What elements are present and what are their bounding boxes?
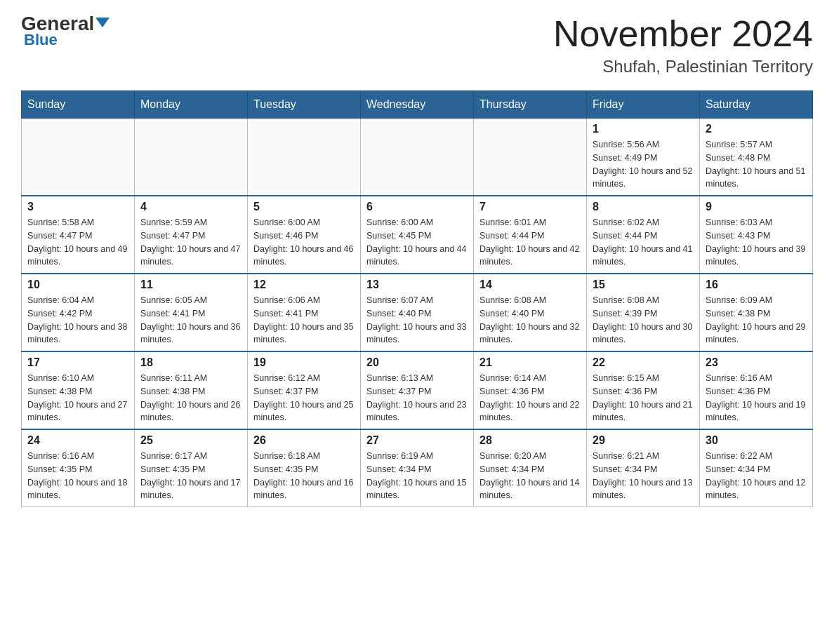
day-info: Sunrise: 5:59 AM Sunset: 4:47 PM Dayligh… — [140, 216, 241, 269]
day-number: 22 — [593, 356, 694, 369]
calendar-day-header: Thursday — [474, 91, 587, 119]
day-info: Sunrise: 6:06 AM Sunset: 4:41 PM Dayligh… — [253, 294, 355, 347]
day-info: Sunrise: 6:08 AM Sunset: 4:40 PM Dayligh… — [479, 294, 581, 347]
calendar-day-header: Saturday — [700, 91, 813, 119]
calendar-day-cell — [474, 119, 587, 196]
page-title: November 2024 — [553, 14, 813, 54]
day-number: 2 — [706, 123, 807, 135]
calendar-day-cell: 9Sunrise: 6:03 AM Sunset: 4:43 PM Daylig… — [700, 196, 813, 274]
calendar-day-cell: 20Sunrise: 6:13 AM Sunset: 4:37 PM Dayli… — [361, 351, 474, 429]
calendar-day-cell: 2Sunrise: 5:57 AM Sunset: 4:48 PM Daylig… — [700, 119, 813, 196]
logo: General Blue — [21, 14, 110, 49]
calendar-day-cell: 10Sunrise: 6:04 AM Sunset: 4:42 PM Dayli… — [22, 274, 135, 351]
calendar-day-cell — [135, 119, 248, 196]
day-number: 24 — [27, 434, 128, 447]
day-number: 14 — [479, 279, 581, 291]
day-info: Sunrise: 6:05 AM Sunset: 4:41 PM Dayligh… — [140, 294, 241, 347]
calendar-day-cell: 15Sunrise: 6:08 AM Sunset: 4:39 PM Dayli… — [587, 274, 700, 351]
calendar-day-cell: 8Sunrise: 6:02 AM Sunset: 4:44 PM Daylig… — [587, 196, 700, 274]
calendar-day-cell: 16Sunrise: 6:09 AM Sunset: 4:38 PM Dayli… — [700, 274, 813, 351]
calendar-day-cell: 6Sunrise: 6:00 AM Sunset: 4:45 PM Daylig… — [361, 196, 474, 274]
calendar-day-header: Friday — [587, 91, 700, 119]
calendar-table: SundayMondayTuesdayWednesdayThursdayFrid… — [21, 90, 813, 507]
day-info: Sunrise: 5:57 AM Sunset: 4:48 PM Dayligh… — [706, 138, 807, 191]
day-info: Sunrise: 6:03 AM Sunset: 4:43 PM Dayligh… — [706, 216, 807, 269]
calendar-header-row: SundayMondayTuesdayWednesdayThursdayFrid… — [22, 91, 813, 119]
day-info: Sunrise: 6:07 AM Sunset: 4:40 PM Dayligh… — [366, 294, 468, 347]
day-info: Sunrise: 5:58 AM Sunset: 4:47 PM Dayligh… — [27, 216, 128, 269]
calendar-day-cell: 14Sunrise: 6:08 AM Sunset: 4:40 PM Dayli… — [474, 274, 587, 351]
logo-triangle-icon — [95, 18, 110, 27]
calendar-day-cell: 21Sunrise: 6:14 AM Sunset: 4:36 PM Dayli… — [474, 351, 587, 429]
day-number: 23 — [706, 356, 807, 369]
day-number: 21 — [479, 356, 581, 369]
day-info: Sunrise: 5:56 AM Sunset: 4:49 PM Dayligh… — [593, 138, 694, 191]
day-info: Sunrise: 6:15 AM Sunset: 4:36 PM Dayligh… — [593, 372, 694, 424]
calendar-day-cell: 11Sunrise: 6:05 AM Sunset: 4:41 PM Dayli… — [135, 274, 248, 351]
day-number: 18 — [140, 356, 241, 369]
calendar-day-cell: 17Sunrise: 6:10 AM Sunset: 4:38 PM Dayli… — [22, 351, 135, 429]
day-number: 11 — [140, 279, 241, 291]
day-number: 28 — [479, 434, 581, 447]
calendar-day-cell: 29Sunrise: 6:21 AM Sunset: 4:34 PM Dayli… — [587, 429, 700, 507]
day-info: Sunrise: 6:01 AM Sunset: 4:44 PM Dayligh… — [479, 216, 581, 269]
calendar-day-cell — [248, 119, 361, 196]
day-number: 1 — [593, 123, 694, 135]
calendar-day-cell: 25Sunrise: 6:17 AM Sunset: 4:35 PM Dayli… — [135, 429, 248, 507]
day-number: 25 — [140, 434, 241, 447]
day-info: Sunrise: 6:11 AM Sunset: 4:38 PM Dayligh… — [140, 372, 241, 424]
day-info: Sunrise: 6:17 AM Sunset: 4:35 PM Dayligh… — [140, 450, 241, 502]
day-number: 9 — [706, 201, 807, 213]
day-number: 7 — [479, 201, 581, 213]
day-info: Sunrise: 6:09 AM Sunset: 4:38 PM Dayligh… — [706, 294, 807, 347]
calendar-day-header: Wednesday — [361, 91, 474, 119]
day-number: 3 — [27, 201, 128, 213]
day-info: Sunrise: 6:12 AM Sunset: 4:37 PM Dayligh… — [253, 372, 355, 424]
calendar-week-row: 3Sunrise: 5:58 AM Sunset: 4:47 PM Daylig… — [22, 196, 813, 274]
day-info: Sunrise: 6:00 AM Sunset: 4:46 PM Dayligh… — [253, 216, 355, 269]
calendar-day-header: Monday — [135, 91, 248, 119]
day-number: 29 — [593, 434, 694, 447]
calendar-day-cell: 5Sunrise: 6:00 AM Sunset: 4:46 PM Daylig… — [248, 196, 361, 274]
day-number: 30 — [706, 434, 807, 447]
logo-blue-text: Blue — [24, 31, 58, 49]
calendar-day-cell: 7Sunrise: 6:01 AM Sunset: 4:44 PM Daylig… — [474, 196, 587, 274]
calendar-day-cell: 22Sunrise: 6:15 AM Sunset: 4:36 PM Dayli… — [587, 351, 700, 429]
day-number: 27 — [366, 434, 468, 447]
day-number: 8 — [593, 201, 694, 213]
day-info: Sunrise: 6:04 AM Sunset: 4:42 PM Dayligh… — [27, 294, 128, 347]
calendar-day-cell: 3Sunrise: 5:58 AM Sunset: 4:47 PM Daylig… — [22, 196, 135, 274]
day-number: 20 — [366, 356, 468, 369]
calendar-day-header: Sunday — [22, 91, 135, 119]
calendar-week-row: 10Sunrise: 6:04 AM Sunset: 4:42 PM Dayli… — [22, 274, 813, 351]
calendar-day-cell: 19Sunrise: 6:12 AM Sunset: 4:37 PM Dayli… — [248, 351, 361, 429]
day-info: Sunrise: 6:21 AM Sunset: 4:34 PM Dayligh… — [593, 450, 694, 502]
calendar-day-cell — [22, 119, 135, 196]
day-number: 19 — [253, 356, 355, 369]
day-number: 12 — [253, 279, 355, 291]
day-number: 4 — [140, 201, 241, 213]
day-info: Sunrise: 6:20 AM Sunset: 4:34 PM Dayligh… — [479, 450, 581, 502]
day-info: Sunrise: 6:13 AM Sunset: 4:37 PM Dayligh… — [366, 372, 468, 424]
day-info: Sunrise: 6:00 AM Sunset: 4:45 PM Dayligh… — [366, 216, 468, 269]
day-info: Sunrise: 6:10 AM Sunset: 4:38 PM Dayligh… — [27, 372, 128, 424]
day-info: Sunrise: 6:02 AM Sunset: 4:44 PM Dayligh… — [593, 216, 694, 269]
day-number: 26 — [253, 434, 355, 447]
calendar-day-cell: 12Sunrise: 6:06 AM Sunset: 4:41 PM Dayli… — [248, 274, 361, 351]
page-header: General Blue November 2024 Shufah, Pales… — [21, 14, 813, 76]
calendar-day-cell: 27Sunrise: 6:19 AM Sunset: 4:34 PM Dayli… — [361, 429, 474, 507]
page-subtitle: Shufah, Palestinian Territory — [553, 57, 813, 76]
day-number: 10 — [27, 279, 128, 291]
day-info: Sunrise: 6:19 AM Sunset: 4:34 PM Dayligh… — [366, 450, 468, 502]
calendar-day-header: Tuesday — [248, 91, 361, 119]
day-number: 15 — [593, 279, 694, 291]
calendar-day-cell: 18Sunrise: 6:11 AM Sunset: 4:38 PM Dayli… — [135, 351, 248, 429]
calendar-day-cell: 26Sunrise: 6:18 AM Sunset: 4:35 PM Dayli… — [248, 429, 361, 507]
calendar-day-cell: 23Sunrise: 6:16 AM Sunset: 4:36 PM Dayli… — [700, 351, 813, 429]
day-info: Sunrise: 6:18 AM Sunset: 4:35 PM Dayligh… — [253, 450, 355, 502]
calendar-week-row: 1Sunrise: 5:56 AM Sunset: 4:49 PM Daylig… — [22, 119, 813, 196]
day-info: Sunrise: 6:16 AM Sunset: 4:36 PM Dayligh… — [706, 372, 807, 424]
calendar-day-cell: 30Sunrise: 6:22 AM Sunset: 4:34 PM Dayli… — [700, 429, 813, 507]
calendar-day-cell: 1Sunrise: 5:56 AM Sunset: 4:49 PM Daylig… — [587, 119, 700, 196]
calendar-day-cell — [361, 119, 474, 196]
